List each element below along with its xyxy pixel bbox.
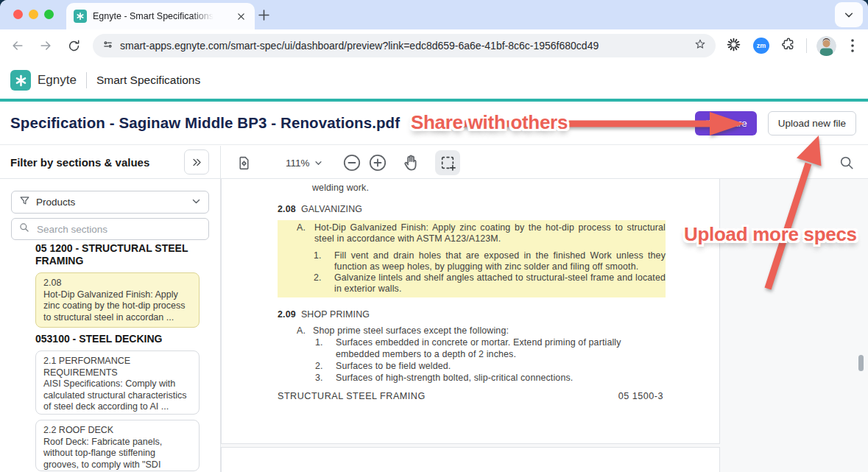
page-title: Specification - Saginaw Middle BP3 - Ren… [10,114,400,132]
zoom-in-button[interactable] [368,153,387,172]
section-title: GALVANIZING [301,204,362,214]
address-bar[interactable]: smart-apps.egnyte.com/smart-spec/ui/dash… [93,34,716,57]
page-footer: STRUCTURAL STEEL FRAMING 05 1500-3 [278,390,663,402]
item-label: A. [297,222,314,244]
spec-card-title: 2.08 [43,278,191,289]
toolbar-divider [806,38,807,53]
section-number: 2.08 [278,204,296,214]
reload-button[interactable] [65,37,82,54]
chevron-down-icon [191,196,201,209]
zoom-level-value: 111% [286,158,310,169]
section-heading: 05 1200 - STRUCTURAL STEEL FRAMING [35,242,200,267]
bookmark-star-icon[interactable] [694,38,707,54]
main-content: Filter by sections & values Products [0,146,868,472]
spec-card-2-2[interactable]: 2.2 ROOF DECK Roof Deck: Fabricate panel… [35,420,200,471]
zoom-out-button[interactable] [342,153,361,172]
item-text: Galvanize lintels and shelf angles attac… [334,272,666,295]
zoom-extension-icon[interactable]: zm [753,38,769,54]
pdf-section-heading: 2.09 SHOP PRIMING [278,309,370,320]
funnel-icon [19,195,30,209]
search-icon [19,222,29,236]
tab-close-icon[interactable] [234,10,247,23]
app-header: Egnyte Smart Specifications [0,62,868,99]
browser-menu-button[interactable] [845,37,860,54]
hand-tool-button[interactable] [401,152,420,172]
minimize-window-button[interactable] [29,10,38,19]
sidebar-title: Filter by sections & values [10,156,149,169]
egnyte-logo [10,70,31,91]
spec-card-2-08[interactable]: 2.08 Hot-Dip Galvanized Finish: Apply zi… [35,272,200,328]
item-text: Shop prime steel surfaces except the fol… [313,325,509,337]
extensions-puzzle-icon[interactable] [781,37,796,54]
item-number: 2. [315,360,336,372]
window-controls [13,10,54,19]
section-number: 2.09 [278,309,296,320]
item-text: Surfaces to be field welded. [336,360,629,372]
section-heading: 053100 - STEEL DECKING [35,333,200,345]
item-text: Surfaces embedded in concrete or mortar.… [336,337,629,360]
url-text[interactable]: smart-apps.egnyte.com/smart-spec/ui/dash… [120,40,694,52]
pdf-scrollbar-thumb[interactable] [858,355,864,371]
pdf-section-heading: 2.08 GALVANIZING [278,203,362,215]
double-chevron-right-icon [191,157,202,168]
spec-card-2-1[interactable]: 2.1 PERFORMANCE REQUIREMENTS AISI Specif… [35,351,200,415]
spec-card-text: Hot-Dip Galvanized Finish: Apply zinc co… [43,289,191,324]
spec-card-text: AISI Specifications: Comply with calcula… [43,378,191,413]
pdf-text-line: welding work. [312,182,369,194]
product-name: Smart Specifications [96,74,200,87]
item-number: 2. [314,272,334,295]
brand-name: Egnyte [38,73,77,88]
products-filter-dropdown[interactable]: Products [11,191,209,214]
browser-tab[interactable]: Egnyte - Smart Specifications [66,3,255,29]
fullscreen-window-button[interactable] [44,10,54,19]
share-annotation-text: Share with others [411,111,568,134]
sidebar-header: Filter by sections & values [0,146,220,179]
pdf-page-2 [222,448,719,472]
products-filter-label: Products [36,197,75,208]
chevron-down-icon [314,159,322,167]
profile-avatar[interactable] [816,36,836,56]
browser-toolbar: smart-apps.egnyte.com/smart-spec/ui/dash… [0,29,868,63]
spec-card-text: Roof Deck: Fabricate panels, without top… [43,437,191,472]
tab-title: Egnyte - Smart Specifications [93,11,214,21]
forward-button[interactable] [37,37,54,54]
upload-annotation-arrow [757,130,830,293]
new-tab-button[interactable] [256,7,271,22]
item-number: 1. [314,250,334,272]
upload-annotation-text: Upload more specs [684,223,857,246]
highlighted-passage: A. Hot-Dip Galvanized Finish: Apply zinc… [278,220,666,297]
browser-window: Egnyte - Smart Specifications smart-apps… [0,0,868,472]
zoom-level-dropdown[interactable]: 111% [286,152,322,174]
page-settings-button[interactable] [233,152,255,174]
search-sections-box [11,218,209,240]
sections-list: 05 1200 - STRUCTURAL STEEL FRAMING 2.08 … [11,242,209,472]
collapse-sidebar-button[interactable] [184,149,209,175]
sunburst-extension-icon[interactable] [726,37,741,55]
back-button[interactable] [9,37,27,54]
tab-strip: Egnyte - Smart Specifications [0,0,868,29]
upload-button-label: Upload new file [778,118,846,129]
section-title: SHOP PRIMING [301,309,370,320]
pdf-page-1: welding work. 2.08 GALVANIZING A. Hot-Di… [222,179,719,443]
close-window-button[interactable] [13,10,23,19]
search-sections-input[interactable] [35,223,186,236]
site-settings-icon[interactable] [102,38,114,54]
footer-right: 05 1500-3 [618,390,663,402]
document-search-icon[interactable] [837,153,855,172]
tab-search-button[interactable] [835,2,863,27]
extension-icons: zm [726,37,796,55]
shop-priming-body: A. Shop prime steel surfaces except the … [278,325,666,384]
item-label: A. [297,325,313,337]
spec-card-title: 2.2 ROOF DECK [43,425,191,437]
footer-left: STRUCTURAL STEEL FRAMING [278,390,426,402]
item-text: Fill vent and drain holes that are expos… [334,250,666,272]
item-number: 3. [315,372,336,384]
filter-sidebar: Filter by sections & values Products [0,146,221,472]
item-text: Surfaces of high-strength bolted, slip-c… [336,372,629,384]
item-text: Hot-Dip Galvanized Finish: Apply zinc co… [314,222,666,244]
header-divider [86,72,87,88]
item-number: 1. [315,337,336,360]
marquee-select-tool-button[interactable] [435,150,460,175]
sidebar-body: Products 05 1200 - STRUCTURAL STEEL FRAM… [0,179,220,472]
spec-card-title: 2.1 PERFORMANCE REQUIREMENTS [43,356,191,378]
